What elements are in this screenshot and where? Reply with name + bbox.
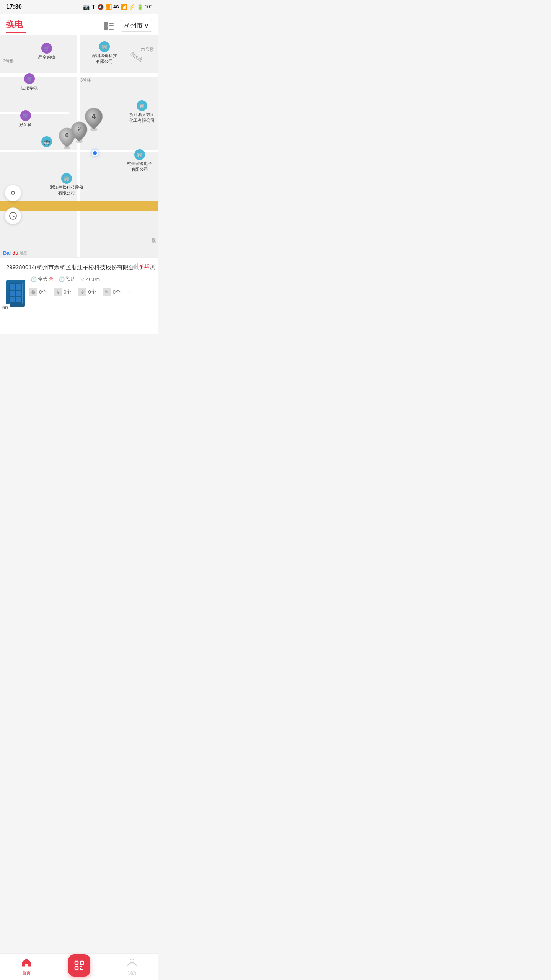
poi-label-pinquangouwu: 品全购物 — [38, 54, 55, 60]
current-location-dot — [92, 150, 98, 156]
building-2: 2号楼 — [3, 58, 14, 64]
station-meta: 🕐 全天 营 🕐 预约 ◁ 46.0m — [6, 276, 152, 283]
stat-backup-count: 0个 — [113, 289, 121, 296]
booking-clock-icon: 🕐 — [59, 276, 65, 282]
stat-swap: 换 0个 — [29, 288, 47, 296]
svg-text:0: 0 — [65, 132, 69, 139]
map-container[interactable]: 荆大线 ← → 永桂 21号楼 2号楼 3号楼 🛒 品全购物 🏢 深圳城铄科技有… — [0, 35, 158, 257]
baidu-logo: Bai — [3, 250, 11, 256]
poi-label-shijihualian: 世纪华联 — [21, 85, 38, 91]
usb-icon: ⬆ — [91, 4, 96, 10]
building-3: 3号楼 — [80, 77, 91, 83]
poi-label-shenzhenchengxiang: 深圳城铄科技有限公司 — [92, 53, 117, 64]
svg-rect-3 — [109, 25, 114, 26]
station-info-card: ✕ 100 测 299280014(杭州市余杭区浙江宇松科技股份有限公司) 🕐 … — [0, 257, 158, 334]
cabinet-slot-1 — [10, 284, 15, 290]
battery-icon: 🔋 — [137, 4, 143, 10]
mute-icon: 🔇 — [97, 4, 104, 10]
lightning-icon: ⚡ — [129, 4, 135, 10]
cabinet-slot-5 — [10, 297, 15, 302]
road-arrow-left: ← — [23, 203, 28, 208]
partial-right-label: 测 — [150, 263, 158, 271]
poi-zhejianghualian[interactable]: 🏢 浙江浙大方圆化工有限公司 — [129, 100, 155, 123]
poi-pinquangouwu[interactable]: 🛒 品全购物 — [38, 43, 55, 60]
status-icons: 📷 ⬆ 🔇 📶 4G 📶 ⚡ 🔋 100 — [83, 4, 152, 10]
svg-rect-19 — [134, 265, 135, 269]
poi-icon-shenzhenchengxiang: 🏢 — [99, 41, 110, 52]
header-left: 换电 — [6, 19, 26, 33]
cabinet-slot-3 — [10, 291, 15, 296]
nav-icon: ◁ — [81, 276, 85, 282]
distance-item: ◁ 46.0m — [81, 276, 100, 282]
svg-rect-20 — [135, 264, 136, 269]
svg-rect-4 — [109, 28, 114, 28]
building-21: 21号楼 — [141, 47, 154, 52]
poi-haoyoudo[interactable]: 🛒 好又多 — [19, 110, 32, 127]
open-badge: 营 — [49, 276, 53, 282]
page-title: 换电 — [6, 19, 23, 30]
signal-4g-icon: 4G — [113, 5, 119, 9]
road-arrow-right: → — [108, 203, 112, 208]
distance-value: 46.0m — [86, 276, 100, 282]
poi-label-zhejiangyusong: 浙江宇松科技股份有限公司 — [50, 185, 83, 196]
status-time: 17:30 — [6, 3, 22, 10]
svg-rect-5 — [109, 29, 114, 30]
history-button[interactable] — [5, 207, 21, 224]
poi-icon-hangzhouzhiyuan: 🏢 — [134, 149, 145, 160]
baidu-watermark: Bai du 地图 — [3, 250, 28, 256]
booking-label: 预约 — [66, 276, 76, 283]
stat-backup-icon: 备 — [103, 288, 111, 296]
road-small-1 — [0, 112, 69, 114]
poi-shijihualian[interactable]: 🛒 世纪华联 — [21, 74, 38, 91]
stat-charge-count: 0个 — [64, 289, 71, 296]
signal-x-icon: ✕ — [139, 263, 143, 269]
poi-shenzhenchengxiang[interactable]: 🏢 深圳城铄科技有限公司 — [92, 41, 117, 64]
locate-button[interactable] — [5, 185, 21, 201]
wifi-icon: 📶 — [105, 4, 112, 10]
grid-list-toggle-button[interactable] — [103, 20, 115, 32]
poi-label-zhejianghualian: 浙江浙大方圆化工有限公司 — [129, 112, 155, 123]
cabinet-slot-6 — [16, 297, 21, 302]
hours-label: 全天 — [38, 276, 48, 283]
cabinet-slot-2 — [16, 284, 21, 290]
svg-rect-0 — [104, 22, 108, 26]
header-right: 杭州市 ∨ — [103, 20, 152, 32]
battery-level: 100 — [145, 4, 152, 10]
city-name: 杭州市 — [124, 22, 143, 30]
svg-point-12 — [11, 191, 15, 194]
station-image — [6, 280, 25, 307]
poi-hangzhouzhiyuan[interactable]: 🏢 杭州智源电子有限公司 — [127, 149, 152, 172]
baidu-logo-2: du — [12, 250, 18, 256]
stat-dash: - — [129, 289, 131, 296]
station-title: 299280014(杭州市余杭区浙江宇松科技股份有限公司) — [6, 263, 152, 271]
poi-icon-haoyoudo: 🛒 — [20, 110, 31, 121]
cabinet-graphic — [9, 283, 23, 304]
stat-empty-count: 0个 — [88, 289, 96, 296]
svg-rect-2 — [109, 23, 114, 24]
svg-text:4: 4 — [92, 113, 96, 120]
header: 换电 杭州市 ∨ — [0, 14, 158, 35]
station-address: (杭州市余杭区浙江宇松科技股份有限公司) — [35, 264, 142, 270]
map-pin-0[interactable]: 0 — [57, 127, 77, 149]
poi-zhejiangyusong[interactable]: 🏢 浙江宇松科技股份有限公司 — [50, 173, 83, 196]
poi-icon-zhejianghualian: 🏢 — [137, 100, 147, 111]
city-selector[interactable]: 杭州市 ∨ — [121, 20, 152, 32]
svg-rect-21 — [137, 263, 138, 269]
svg-rect-1 — [104, 26, 108, 30]
stat-empty-icon: 空 — [78, 288, 86, 296]
camera-icon: 📷 — [83, 4, 90, 10]
status-bar: 17:30 📷 ⬆ 🔇 📶 4G 📶 ⚡ 🔋 100 — [0, 0, 158, 14]
svg-rect-18 — [132, 266, 133, 269]
stat-charge-icon: 充 — [54, 288, 62, 296]
poi-icon-shijihualian: 🛒 — [24, 74, 35, 84]
clock-icon: 🕐 — [31, 276, 37, 282]
signal-bars-icon: 📶 — [121, 4, 127, 10]
station-stats: 换 0个 充 0个 空 0个 备 0个 - — [29, 288, 152, 296]
road-vertical — [77, 35, 80, 257]
booking-item: 🕐 预约 — [59, 276, 76, 283]
chevron-down-icon: ∨ — [144, 22, 149, 29]
cabinet-slot-4 — [16, 291, 21, 296]
poi-icon-pinquangouwu: 🛒 — [41, 43, 52, 54]
baidu-logo-text: 地图 — [20, 250, 28, 256]
poi-label-hangzhouzhiyuan: 杭州智源电子有限公司 — [127, 161, 152, 172]
